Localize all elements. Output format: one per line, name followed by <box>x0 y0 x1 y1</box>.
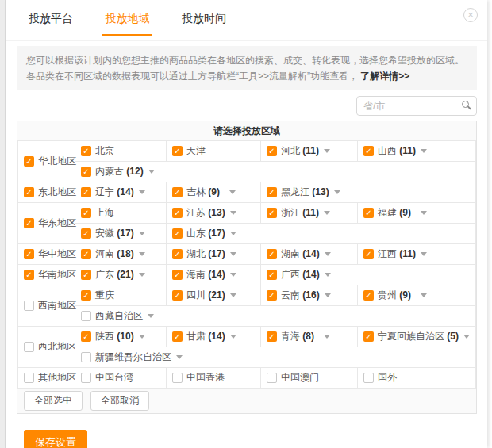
province-checkbox[interactable] <box>172 373 183 383</box>
province-checkbox[interactable] <box>172 187 183 197</box>
caret-down-icon[interactable] <box>139 335 145 339</box>
province-checkbox[interactable] <box>81 290 91 301</box>
province-checkbox[interactable] <box>363 290 374 301</box>
region-label: 东北地区 <box>38 186 76 199</box>
province-checkbox[interactable] <box>81 331 91 342</box>
province-checkbox[interactable] <box>81 270 91 280</box>
caret-down-icon[interactable] <box>325 273 331 277</box>
region-checkbox[interactable] <box>24 218 34 228</box>
region-checkbox[interactable] <box>24 249 34 259</box>
caret-down-icon[interactable] <box>176 355 183 359</box>
caret-down-icon[interactable] <box>230 211 236 215</box>
province-label: 浙江 (11) <box>281 206 319 220</box>
caret-down-icon[interactable] <box>324 211 330 215</box>
caret-down-icon[interactable] <box>324 149 330 153</box>
caret-down-icon[interactable] <box>325 293 331 297</box>
province-checkbox[interactable] <box>363 331 374 342</box>
province-checkbox[interactable] <box>81 187 91 197</box>
tabs-bar: 投放平台 投放地域 投放时间 <box>6 0 487 41</box>
province-checkbox[interactable] <box>267 373 277 383</box>
region-checkbox[interactable] <box>24 156 34 167</box>
province-checkbox[interactable] <box>267 249 277 259</box>
caret-down-icon[interactable] <box>421 149 427 153</box>
region-checkbox[interactable] <box>24 187 34 197</box>
province-checkbox[interactable] <box>172 146 183 156</box>
region-checkbox[interactable] <box>24 270 34 280</box>
tab-time[interactable]: 投放时间 <box>179 12 229 34</box>
caret-down-icon[interactable] <box>230 252 236 256</box>
region-checkbox[interactable] <box>24 373 34 383</box>
province-label: 上海 <box>95 206 133 220</box>
province-cell: 北京 <box>75 141 167 162</box>
caret-down-icon[interactable] <box>139 273 145 277</box>
tab-platform[interactable]: 投放平台 <box>26 12 75 34</box>
caret-down-icon[interactable] <box>421 293 427 297</box>
province-checkbox[interactable] <box>172 228 183 239</box>
panel-title: 请选择投放区域 <box>17 121 476 140</box>
province-checkbox[interactable] <box>267 290 277 301</box>
province-checkbox[interactable] <box>81 208 91 218</box>
province-checkbox[interactable] <box>267 187 277 197</box>
caret-down-icon[interactable] <box>148 314 154 318</box>
province-checkbox[interactable] <box>363 373 374 383</box>
caret-down-icon[interactable] <box>230 293 236 297</box>
province-count: (21) <box>208 289 225 301</box>
caret-down-icon[interactable] <box>139 252 145 256</box>
caret-down-icon[interactable] <box>463 335 470 339</box>
search-input[interactable] <box>356 96 477 116</box>
province-checkbox[interactable] <box>363 249 374 259</box>
province-checkbox[interactable] <box>172 331 183 342</box>
province-label: 辽宁 (14) <box>95 186 134 199</box>
region-row: 华东地区上海江苏 (13)浙江 (11)福建 (9) <box>18 203 476 224</box>
province-cell: 重庆 <box>75 285 167 306</box>
province-cell: 宁夏回族自治区 (5) <box>358 327 476 347</box>
province-count: (17) <box>117 228 133 239</box>
province-cell: 辽宁 (14) <box>75 182 167 203</box>
province-checkbox[interactable] <box>172 249 183 259</box>
province-checkbox[interactable] <box>81 249 91 259</box>
province-checkbox[interactable] <box>81 167 91 177</box>
caret-down-icon[interactable] <box>139 232 145 235</box>
region-checkbox[interactable] <box>24 301 34 311</box>
province-checkbox[interactable] <box>267 331 277 342</box>
province-checkbox[interactable] <box>81 228 91 239</box>
save-settings-button[interactable]: 保存设置 <box>24 430 87 448</box>
close-icon[interactable] <box>463 8 478 22</box>
caret-down-icon[interactable] <box>334 190 340 194</box>
caret-down-icon[interactable] <box>139 190 145 194</box>
caret-down-icon[interactable] <box>148 170 155 174</box>
caret-down-icon[interactable] <box>421 211 427 215</box>
province-checkbox[interactable] <box>81 352 91 362</box>
tab-region[interactable]: 投放地域 <box>102 12 152 36</box>
caret-down-icon[interactable] <box>229 190 236 194</box>
province-checkbox[interactable] <box>363 208 374 218</box>
caret-down-icon[interactable] <box>325 252 331 256</box>
region-row: 华中地区河南 (18)湖北 (17)湖南 (14)江西 (11) <box>18 244 476 265</box>
province-checkbox[interactable] <box>363 146 374 156</box>
province-checkbox[interactable] <box>81 373 91 383</box>
province-checkbox[interactable] <box>267 146 277 156</box>
caret-down-icon[interactable] <box>230 232 236 235</box>
region-checkbox[interactable] <box>24 342 34 352</box>
province-checkbox[interactable] <box>172 208 183 218</box>
caret-down-icon[interactable] <box>324 335 330 339</box>
region-row: 华北地区北京天津河北 (11)山西 (11) <box>18 141 476 162</box>
province-checkbox[interactable] <box>172 290 183 301</box>
details-link[interactable]: 了解详情>> <box>360 71 409 82</box>
province-cell: 山东 (17) <box>167 224 476 244</box>
province-checkbox[interactable] <box>81 146 91 156</box>
cancel-all-button[interactable]: 全部取消 <box>90 391 149 411</box>
caret-down-icon[interactable] <box>230 335 236 339</box>
caret-down-icon[interactable] <box>230 273 236 277</box>
select-all-button[interactable]: 全部选中 <box>24 391 83 411</box>
region-label: 华东地区 <box>38 216 76 230</box>
caret-down-icon[interactable] <box>421 252 427 256</box>
province-checkbox[interactable] <box>267 208 277 218</box>
province-checkbox[interactable] <box>172 270 183 280</box>
province-count: (5) <box>447 331 459 342</box>
province-checkbox[interactable] <box>267 270 277 280</box>
province-cell: 海南 (14) <box>167 265 261 285</box>
region-label: 西南地区 <box>38 299 76 312</box>
province-cell: 天津 <box>167 141 261 162</box>
province-checkbox[interactable] <box>81 311 91 321</box>
